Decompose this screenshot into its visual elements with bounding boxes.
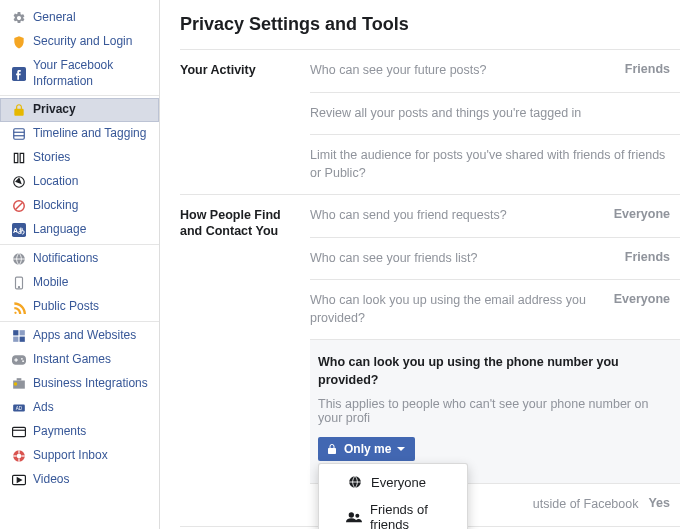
block-icon: [11, 198, 27, 214]
sidebar-item-label: Public Posts: [33, 299, 99, 315]
chevron-down-icon: [397, 447, 405, 451]
audience-dropdown: ✓ Everyone ✓ Friends of friends ✓: [318, 463, 468, 529]
sidebar-item-payments[interactable]: Payments: [0, 420, 159, 444]
row-label: Who can see your friends list?: [310, 250, 625, 268]
row-label: Who can look you up using the email addr…: [310, 292, 614, 327]
mobile-icon: [11, 275, 27, 291]
sidebar-item-label: Language: [33, 222, 86, 238]
fb-icon: [11, 66, 27, 82]
sidebar-item-instant-games[interactable]: Instant Games: [0, 348, 159, 372]
biz-icon: [11, 376, 27, 392]
sidebar-item-label: Ads: [33, 400, 54, 416]
setting-row-email-lookup[interactable]: Who can look you up using the email addr…: [310, 279, 680, 339]
dropdown-option-everyone[interactable]: ✓ Everyone: [319, 468, 467, 496]
sidebar-item-public-posts[interactable]: Public Posts: [0, 295, 159, 319]
svg-rect-15: [20, 337, 25, 342]
svg-rect-13: [20, 330, 25, 335]
sidebar-item-label: Blocking: [33, 198, 78, 214]
ads-icon: AD: [11, 400, 27, 416]
sidebar-item-label: Support Inbox: [33, 448, 108, 464]
globe-icon: [11, 251, 27, 267]
gear-icon: [11, 10, 27, 26]
setting-row-future-posts[interactable]: Who can see your future posts? Friends: [310, 50, 680, 92]
video-icon: [11, 472, 27, 488]
sidebar-item-location[interactable]: Location: [0, 170, 159, 194]
sidebar-item-videos[interactable]: Videos: [0, 468, 159, 492]
svg-rect-31: [13, 456, 16, 457]
svg-point-16: [21, 358, 23, 360]
sidebar-item-support[interactable]: Support Inbox: [0, 444, 159, 468]
sidebar-item-language[interactable]: Aあ Language: [0, 218, 159, 242]
sidebar-item-notifications[interactable]: Notifications: [0, 247, 159, 271]
sidebar-item-label: Business Integrations: [33, 376, 148, 392]
sidebar-item-blocking[interactable]: Blocking: [0, 194, 159, 218]
page-title: Privacy Settings and Tools: [180, 14, 680, 35]
svg-rect-19: [16, 358, 17, 362]
support-icon: [11, 448, 27, 464]
timeline-icon: [11, 126, 27, 142]
audience-selector-button[interactable]: Only me: [318, 437, 415, 461]
row-value: Yes: [648, 496, 676, 510]
sidebar-item-label: General: [33, 10, 76, 26]
sidebar-item-timeline[interactable]: Timeline and Tagging: [0, 122, 159, 146]
sidebar-item-label: Notifications: [33, 251, 98, 267]
sidebar-item-mobile[interactable]: Mobile: [0, 271, 159, 295]
sidebar-item-label: Timeline and Tagging: [33, 126, 146, 142]
book-icon: [11, 150, 27, 166]
lock-icon: [11, 102, 27, 118]
row-sublabel: This applies to people who can't see you…: [318, 397, 676, 425]
language-icon: Aあ: [11, 222, 27, 238]
svg-point-28: [17, 454, 22, 459]
svg-rect-14: [13, 337, 18, 342]
sidebar-item-label: Stories: [33, 150, 70, 166]
svg-marker-34: [17, 478, 21, 483]
dropdown-option-friends-of-friends[interactable]: ✓ Friends of friends: [319, 496, 467, 529]
row-label: Who can send you friend requests?: [310, 207, 614, 225]
lock-icon: [326, 443, 338, 455]
row-label-strong: Who can look you up using the phone numb…: [318, 354, 676, 389]
row-value: Friends: [625, 62, 676, 76]
svg-point-11: [18, 287, 19, 288]
svg-text:Aあ: Aあ: [13, 227, 25, 235]
card-icon: [11, 424, 27, 440]
svg-point-36: [349, 512, 354, 517]
feed-icon: [11, 299, 27, 315]
sidebar-item-label: Payments: [33, 424, 86, 440]
setting-row-friends-list[interactable]: Who can see your friends list? Friends: [310, 237, 680, 280]
section-activity: Your Activity Who can see your future po…: [180, 49, 680, 194]
svg-rect-21: [17, 378, 22, 380]
sidebar-item-label: Your Facebook Information: [33, 58, 150, 89]
sidebar-item-general[interactable]: General: [0, 6, 159, 30]
svg-point-17: [22, 360, 24, 362]
setting-row-limit-audience[interactable]: Limit the audience for posts you've shar…: [310, 134, 680, 194]
main-content: Privacy Settings and Tools Your Activity…: [160, 0, 680, 529]
sidebar-item-business[interactable]: Business Integrations: [0, 372, 159, 396]
sidebar-item-privacy[interactable]: Privacy: [0, 98, 159, 122]
setting-row-review-posts[interactable]: Review all your posts and things you're …: [310, 92, 680, 135]
svg-rect-30: [18, 459, 19, 463]
sidebar-item-stories[interactable]: Stories: [0, 146, 159, 170]
setting-row-friend-requests[interactable]: Who can send you friend requests? Everyo…: [310, 195, 680, 237]
row-label: Who can see your future posts?: [310, 62, 625, 80]
option-label: Everyone: [371, 475, 426, 490]
setting-row-phone-lookup-expanded: Who can look you up using the phone numb…: [310, 339, 680, 483]
sidebar-item-security[interactable]: Security and Login: [0, 30, 159, 54]
svg-point-22: [14, 382, 18, 386]
section-heading: Your Activity: [180, 50, 310, 194]
sidebar-item-label: Videos: [33, 472, 69, 488]
svg-point-37: [355, 514, 359, 518]
sidebar-item-ads[interactable]: AD Ads: [0, 396, 159, 420]
sidebar-item-label: Privacy: [33, 102, 76, 118]
location-icon: [11, 174, 27, 190]
section-contact: How People Find and Contact You Who can …: [180, 194, 680, 527]
apps-icon: [11, 328, 27, 344]
svg-rect-32: [21, 456, 25, 457]
row-value: Friends: [625, 250, 676, 264]
svg-rect-1: [14, 129, 25, 140]
sidebar-item-fb-info[interactable]: Your Facebook Information: [0, 54, 159, 93]
svg-rect-25: [13, 428, 26, 437]
sidebar-item-label: Location: [33, 174, 78, 190]
sidebar-item-apps[interactable]: Apps and Websites: [0, 324, 159, 348]
settings-sidebar: General Security and Login Your Facebook…: [0, 0, 160, 529]
svg-rect-29: [18, 450, 19, 454]
